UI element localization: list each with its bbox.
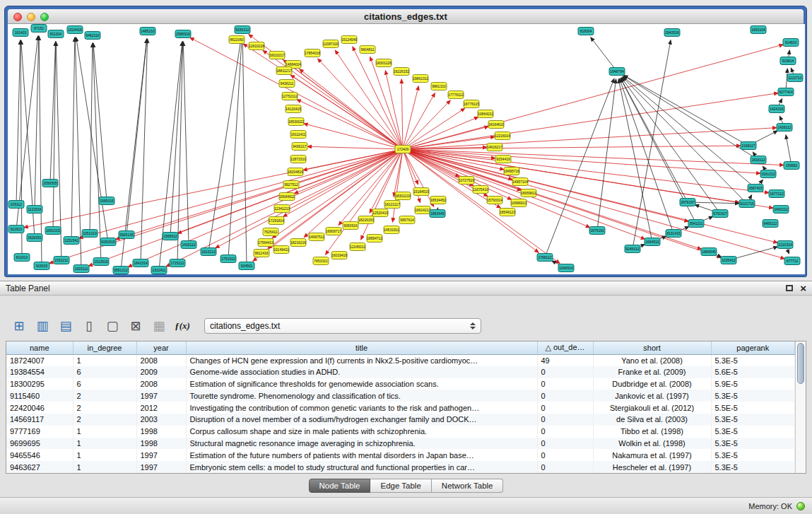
cell-out_degree[interactable]: 0: [537, 378, 593, 390]
cell-short[interactable]: Jankovic et al. (1997): [593, 390, 711, 402]
cell-pagerank[interactable]: 5.6E-5: [711, 366, 795, 378]
network-node[interactable]: 14531911: [384, 226, 399, 234]
network-node[interactable]: 1210314: [777, 241, 793, 249]
network-node[interactable]: 18204819: [288, 168, 303, 176]
network-node[interactable]: 1677212: [769, 190, 784, 198]
network-edge[interactable]: [403, 149, 760, 173]
network-node[interactable]: 9154419: [495, 156, 511, 163]
column-header-name[interactable]: name: [6, 341, 73, 354]
network-node[interactable]: 1751512: [220, 255, 236, 263]
tab-network-table[interactable]: Network Table: [432, 479, 504, 493]
network-node[interactable]: 1915112: [73, 265, 89, 273]
network-node[interactable]: 10149411: [273, 246, 289, 254]
cell-short[interactable]: Yano et al. (2008): [593, 354, 711, 366]
network-edge[interactable]: [403, 149, 739, 202]
minimize-window-button[interactable]: [27, 13, 35, 21]
network-edge[interactable]: [20, 40, 22, 257]
network-node[interactable]: 915814: [780, 57, 796, 65]
cell-name[interactable]: 9699695: [6, 438, 73, 450]
network-node[interactable]: 1679191: [589, 227, 605, 235]
network-edge[interactable]: [24, 149, 403, 228]
cell-short[interactable]: Franke et al. (2009): [593, 366, 711, 378]
network-node[interactable]: 14120415: [286, 105, 301, 113]
network-node[interactable]: 1485210: [140, 28, 155, 35]
network-graph[interactable]: 1724098622060126102181601021714684024178…: [8, 24, 805, 274]
network-node[interactable]: 1424316: [769, 105, 784, 113]
network-edge[interactable]: [300, 69, 403, 149]
cell-in_degree[interactable]: 6: [73, 378, 136, 390]
network-node[interactable]: 9245012: [625, 245, 640, 253]
network-node[interactable]: 16614213: [415, 206, 430, 214]
network-node[interactable]: 16111411: [290, 131, 306, 139]
zoom-window-button[interactable]: [40, 13, 49, 21]
cell-short[interactable]: Dudbridge et al. (2008): [593, 378, 711, 390]
network-edge[interactable]: [403, 93, 778, 149]
network-node[interactable]: 18216153: [358, 216, 374, 224]
cell-name[interactable]: 18724007: [6, 354, 73, 366]
cell-out_degree[interactable]: 0: [537, 402, 593, 414]
network-node[interactable]: 10727919: [459, 177, 474, 185]
cell-year[interactable]: 2003: [136, 414, 186, 426]
network-node[interactable]: 10864211: [478, 110, 493, 118]
network-node[interactable]: 9957614: [399, 216, 415, 224]
cell-year[interactable]: 2008: [136, 354, 186, 366]
network-node[interactable]: 172409: [395, 146, 411, 153]
network-node[interactable]: 9436211: [279, 80, 295, 88]
network-edge[interactable]: [620, 78, 688, 202]
cell-title[interactable]: Changes of HCN gene expression and I(f) …: [186, 354, 537, 366]
column-header-in_degree[interactable]: in_degree: [73, 341, 136, 354]
network-node[interactable]: 1653104: [751, 26, 766, 34]
network-node[interactable]: 2151211: [54, 257, 69, 264]
network-edge[interactable]: [307, 146, 403, 149]
column-header-pagerank[interactable]: pagerank: [711, 341, 795, 354]
cell-year[interactable]: 1998: [136, 438, 186, 450]
network-node[interactable]: 9436217: [292, 143, 307, 151]
network-edge[interactable]: [318, 59, 403, 149]
network-node[interactable]: 1121516: [27, 206, 42, 214]
network-node[interactable]: 161403: [13, 29, 28, 37]
network-edge[interactable]: [623, 76, 758, 160]
table-row[interactable]: 946362711997Embryonic stem cells: a mode…: [6, 461, 795, 473]
cell-short[interactable]: Hescheler et al. (1997): [593, 461, 711, 473]
cell-year[interactable]: 1997: [136, 390, 186, 402]
cell-in_degree[interactable]: 1: [73, 461, 136, 473]
network-edge[interactable]: [177, 42, 183, 263]
network-node[interactable]: 7625411: [263, 228, 278, 236]
network-node[interactable]: 2626051: [27, 234, 42, 242]
cell-title[interactable]: Estimation of the future numbers of pati…: [186, 449, 537, 461]
network-node[interactable]: 2943516: [664, 29, 680, 37]
cell-out_degree[interactable]: 0: [537, 438, 593, 450]
cell-pagerank[interactable]: 5.3E-5: [711, 390, 795, 402]
cell-short[interactable]: Wolkin et al. (1998): [593, 438, 711, 450]
network-canvas[interactable]: 1724098622060126102181601021714684024178…: [8, 24, 805, 274]
cell-year[interactable]: 2012: [136, 402, 186, 414]
network-node[interactable]: 16019419: [331, 252, 347, 259]
network-node[interactable]: 18549123: [500, 209, 515, 216]
network-node[interactable]: 16010217: [269, 52, 285, 59]
cell-pagerank[interactable]: 5.3E-5: [711, 461, 795, 473]
network-node[interactable]: 7653321: [313, 257, 329, 265]
network-node[interactable]: 10996913: [511, 199, 526, 207]
network-node[interactable]: 9462110: [85, 32, 100, 40]
cell-name[interactable]: 19384554: [6, 366, 73, 378]
network-node[interactable]: 18495716: [504, 168, 519, 175]
cell-name[interactable]: 9777169: [6, 426, 73, 438]
network-edge[interactable]: [624, 75, 748, 146]
network-node[interactable]: 12087100: [323, 40, 339, 48]
network-node[interactable]: 1251541: [64, 237, 79, 245]
network-node[interactable]: 2056505: [42, 180, 58, 187]
network-edge[interactable]: [403, 108, 465, 149]
cell-name[interactable]: 18300295: [6, 378, 73, 390]
cell-out_degree[interactable]: 0: [537, 449, 593, 461]
network-node[interactable]: 9604811: [360, 46, 375, 54]
network-node[interactable]: 9551212: [113, 267, 129, 274]
table-row[interactable]: 1872400712008Changes of HCN gene express…: [6, 354, 795, 366]
network-node[interactable]: 915015: [34, 262, 49, 270]
network-node[interactable]: 18301226: [376, 59, 392, 67]
network-edge[interactable]: [16, 40, 20, 204]
close-window-button[interactable]: [13, 13, 22, 21]
cell-out_degree[interactable]: 0: [537, 366, 593, 378]
network-node[interactable]: 1684545: [701, 248, 717, 256]
network-node[interactable]: 1094514: [558, 264, 574, 272]
network-edge[interactable]: [403, 86, 418, 149]
